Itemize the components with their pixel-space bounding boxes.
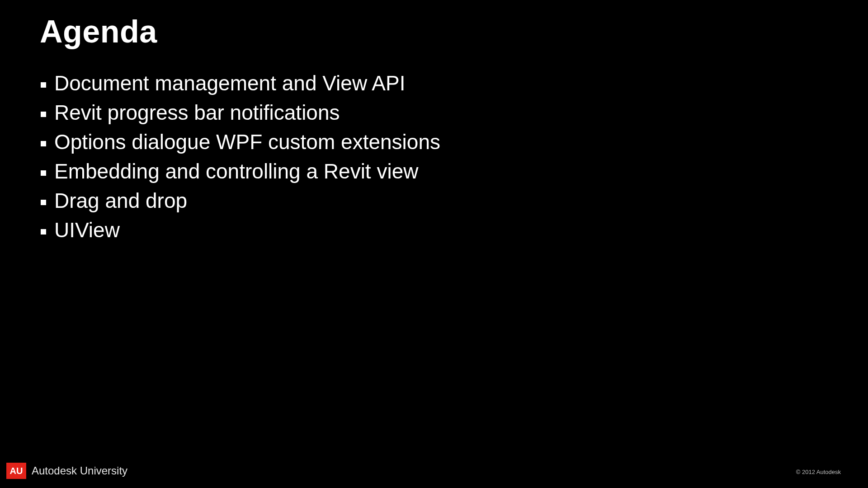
list-item: Options dialogue WPF custom extensions	[41, 127, 440, 157]
footer-brand-text: Autodesk University	[32, 465, 127, 477]
bullet-icon	[41, 112, 46, 117]
list-item: Drag and drop	[41, 186, 440, 216]
list-item: UIView	[41, 216, 440, 245]
bullet-text: Document management and View API	[54, 72, 406, 95]
bullet-icon	[41, 229, 46, 235]
list-item: Embedding and controlling a Revit view	[41, 157, 440, 186]
bullet-text: Embedding and controlling a Revit view	[54, 160, 418, 183]
bullet-text: Revit progress bar notifications	[54, 101, 340, 124]
au-logo-icon: AU	[6, 463, 26, 479]
bullet-icon	[41, 170, 46, 176]
footer-left: AU Autodesk University	[6, 463, 127, 479]
list-item: Revit progress bar notifications	[41, 98, 440, 127]
bullet-icon	[41, 200, 46, 205]
bullet-list: Document management and View API Revit p…	[41, 69, 440, 245]
bullet-icon	[41, 141, 46, 146]
slide-title: Agenda	[40, 14, 157, 50]
bullet-text: UIView	[54, 219, 120, 242]
bullet-text: Drag and drop	[54, 189, 187, 212]
list-item: Document management and View API	[41, 69, 440, 98]
bullet-text: Options dialogue WPF custom extensions	[54, 131, 440, 154]
slide: Agenda Document management and View API …	[0, 0, 868, 488]
copyright-text: © 2012 Autodesk	[796, 469, 841, 475]
bullet-icon	[41, 82, 46, 88]
